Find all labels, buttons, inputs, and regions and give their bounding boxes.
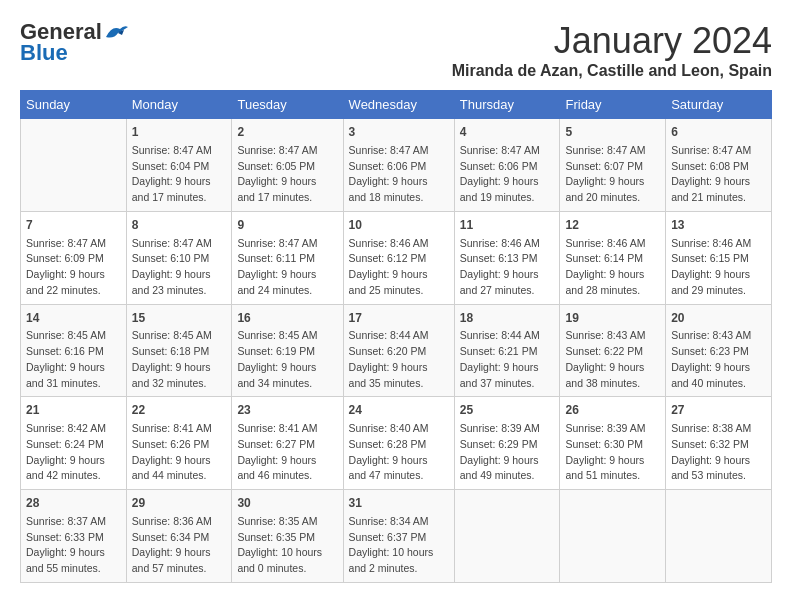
calendar-cell: 18Sunrise: 8:44 AMSunset: 6:21 PMDayligh…	[454, 304, 560, 397]
calendar-table: SundayMondayTuesdayWednesdayThursdayFrid…	[20, 90, 772, 583]
page-header: General Blue January 2024 Miranda de Aza…	[20, 20, 772, 80]
calendar-cell	[454, 490, 560, 583]
day-content: Sunrise: 8:45 AMSunset: 6:16 PMDaylight:…	[26, 328, 121, 391]
day-number: 14	[26, 310, 121, 327]
day-content: Sunrise: 8:46 AMSunset: 6:12 PMDaylight:…	[349, 236, 449, 299]
header-cell-thursday: Thursday	[454, 91, 560, 119]
day-number: 8	[132, 217, 227, 234]
day-content: Sunrise: 8:45 AMSunset: 6:19 PMDaylight:…	[237, 328, 337, 391]
main-title: January 2024	[452, 20, 772, 62]
calendar-cell: 14Sunrise: 8:45 AMSunset: 6:16 PMDayligh…	[21, 304, 127, 397]
header-cell-sunday: Sunday	[21, 91, 127, 119]
calendar-cell: 7Sunrise: 8:47 AMSunset: 6:09 PMDaylight…	[21, 211, 127, 304]
day-content: Sunrise: 8:47 AMSunset: 6:09 PMDaylight:…	[26, 236, 121, 299]
calendar-week-5: 28Sunrise: 8:37 AMSunset: 6:33 PMDayligh…	[21, 490, 772, 583]
day-number: 23	[237, 402, 337, 419]
calendar-cell: 1Sunrise: 8:47 AMSunset: 6:04 PMDaylight…	[126, 119, 232, 212]
calendar-cell	[560, 490, 666, 583]
day-number: 10	[349, 217, 449, 234]
calendar-cell: 8Sunrise: 8:47 AMSunset: 6:10 PMDaylight…	[126, 211, 232, 304]
day-content: Sunrise: 8:43 AMSunset: 6:23 PMDaylight:…	[671, 328, 766, 391]
day-number: 19	[565, 310, 660, 327]
day-content: Sunrise: 8:47 AMSunset: 6:08 PMDaylight:…	[671, 143, 766, 206]
day-content: Sunrise: 8:47 AMSunset: 6:07 PMDaylight:…	[565, 143, 660, 206]
calendar-cell: 24Sunrise: 8:40 AMSunset: 6:28 PMDayligh…	[343, 397, 454, 490]
header-cell-monday: Monday	[126, 91, 232, 119]
day-content: Sunrise: 8:39 AMSunset: 6:30 PMDaylight:…	[565, 421, 660, 484]
calendar-header: SundayMondayTuesdayWednesdayThursdayFrid…	[21, 91, 772, 119]
calendar-cell: 22Sunrise: 8:41 AMSunset: 6:26 PMDayligh…	[126, 397, 232, 490]
day-number: 15	[132, 310, 227, 327]
calendar-cell: 11Sunrise: 8:46 AMSunset: 6:13 PMDayligh…	[454, 211, 560, 304]
calendar-cell: 12Sunrise: 8:46 AMSunset: 6:14 PMDayligh…	[560, 211, 666, 304]
calendar-week-3: 14Sunrise: 8:45 AMSunset: 6:16 PMDayligh…	[21, 304, 772, 397]
day-content: Sunrise: 8:39 AMSunset: 6:29 PMDaylight:…	[460, 421, 555, 484]
calendar-cell	[666, 490, 772, 583]
calendar-cell: 16Sunrise: 8:45 AMSunset: 6:19 PMDayligh…	[232, 304, 343, 397]
subtitle: Miranda de Azan, Castille and Leon, Spai…	[452, 62, 772, 80]
day-content: Sunrise: 8:41 AMSunset: 6:26 PMDaylight:…	[132, 421, 227, 484]
day-content: Sunrise: 8:36 AMSunset: 6:34 PMDaylight:…	[132, 514, 227, 577]
day-number: 31	[349, 495, 449, 512]
day-number: 9	[237, 217, 337, 234]
day-number: 16	[237, 310, 337, 327]
calendar-cell: 6Sunrise: 8:47 AMSunset: 6:08 PMDaylight…	[666, 119, 772, 212]
day-content: Sunrise: 8:47 AMSunset: 6:06 PMDaylight:…	[349, 143, 449, 206]
day-content: Sunrise: 8:47 AMSunset: 6:04 PMDaylight:…	[132, 143, 227, 206]
day-content: Sunrise: 8:47 AMSunset: 6:10 PMDaylight:…	[132, 236, 227, 299]
day-number: 27	[671, 402, 766, 419]
calendar-cell: 20Sunrise: 8:43 AMSunset: 6:23 PMDayligh…	[666, 304, 772, 397]
day-content: Sunrise: 8:37 AMSunset: 6:33 PMDaylight:…	[26, 514, 121, 577]
day-number: 2	[237, 124, 337, 141]
calendar-cell: 9Sunrise: 8:47 AMSunset: 6:11 PMDaylight…	[232, 211, 343, 304]
day-number: 13	[671, 217, 766, 234]
title-section: January 2024 Miranda de Azan, Castille a…	[452, 20, 772, 80]
day-number: 21	[26, 402, 121, 419]
day-content: Sunrise: 8:44 AMSunset: 6:21 PMDaylight:…	[460, 328, 555, 391]
header-cell-friday: Friday	[560, 91, 666, 119]
calendar-cell: 25Sunrise: 8:39 AMSunset: 6:29 PMDayligh…	[454, 397, 560, 490]
day-number: 20	[671, 310, 766, 327]
calendar-cell: 30Sunrise: 8:35 AMSunset: 6:35 PMDayligh…	[232, 490, 343, 583]
day-content: Sunrise: 8:43 AMSunset: 6:22 PMDaylight:…	[565, 328, 660, 391]
day-content: Sunrise: 8:47 AMSunset: 6:11 PMDaylight:…	[237, 236, 337, 299]
header-row: SundayMondayTuesdayWednesdayThursdayFrid…	[21, 91, 772, 119]
header-cell-tuesday: Tuesday	[232, 91, 343, 119]
calendar-cell: 28Sunrise: 8:37 AMSunset: 6:33 PMDayligh…	[21, 490, 127, 583]
day-content: Sunrise: 8:34 AMSunset: 6:37 PMDaylight:…	[349, 514, 449, 577]
day-number: 18	[460, 310, 555, 327]
calendar-cell: 27Sunrise: 8:38 AMSunset: 6:32 PMDayligh…	[666, 397, 772, 490]
day-number: 28	[26, 495, 121, 512]
calendar-cell: 4Sunrise: 8:47 AMSunset: 6:06 PMDaylight…	[454, 119, 560, 212]
calendar-week-2: 7Sunrise: 8:47 AMSunset: 6:09 PMDaylight…	[21, 211, 772, 304]
day-number: 12	[565, 217, 660, 234]
calendar-cell: 10Sunrise: 8:46 AMSunset: 6:12 PMDayligh…	[343, 211, 454, 304]
calendar-cell: 15Sunrise: 8:45 AMSunset: 6:18 PMDayligh…	[126, 304, 232, 397]
calendar-week-1: 1Sunrise: 8:47 AMSunset: 6:04 PMDaylight…	[21, 119, 772, 212]
day-number: 4	[460, 124, 555, 141]
calendar-cell: 5Sunrise: 8:47 AMSunset: 6:07 PMDaylight…	[560, 119, 666, 212]
day-content: Sunrise: 8:42 AMSunset: 6:24 PMDaylight:…	[26, 421, 121, 484]
day-content: Sunrise: 8:41 AMSunset: 6:27 PMDaylight:…	[237, 421, 337, 484]
calendar-cell: 29Sunrise: 8:36 AMSunset: 6:34 PMDayligh…	[126, 490, 232, 583]
calendar-cell: 17Sunrise: 8:44 AMSunset: 6:20 PMDayligh…	[343, 304, 454, 397]
header-cell-saturday: Saturday	[666, 91, 772, 119]
day-number: 30	[237, 495, 337, 512]
day-content: Sunrise: 8:46 AMSunset: 6:13 PMDaylight:…	[460, 236, 555, 299]
calendar-cell: 2Sunrise: 8:47 AMSunset: 6:05 PMDaylight…	[232, 119, 343, 212]
calendar-cell: 26Sunrise: 8:39 AMSunset: 6:30 PMDayligh…	[560, 397, 666, 490]
day-content: Sunrise: 8:47 AMSunset: 6:05 PMDaylight:…	[237, 143, 337, 206]
calendar-week-4: 21Sunrise: 8:42 AMSunset: 6:24 PMDayligh…	[21, 397, 772, 490]
day-content: Sunrise: 8:35 AMSunset: 6:35 PMDaylight:…	[237, 514, 337, 577]
day-number: 7	[26, 217, 121, 234]
day-number: 6	[671, 124, 766, 141]
day-number: 22	[132, 402, 227, 419]
calendar-cell: 21Sunrise: 8:42 AMSunset: 6:24 PMDayligh…	[21, 397, 127, 490]
header-cell-wednesday: Wednesday	[343, 91, 454, 119]
day-number: 3	[349, 124, 449, 141]
day-number: 5	[565, 124, 660, 141]
day-content: Sunrise: 8:45 AMSunset: 6:18 PMDaylight:…	[132, 328, 227, 391]
day-number: 29	[132, 495, 227, 512]
calendar-cell	[21, 119, 127, 212]
day-content: Sunrise: 8:38 AMSunset: 6:32 PMDaylight:…	[671, 421, 766, 484]
